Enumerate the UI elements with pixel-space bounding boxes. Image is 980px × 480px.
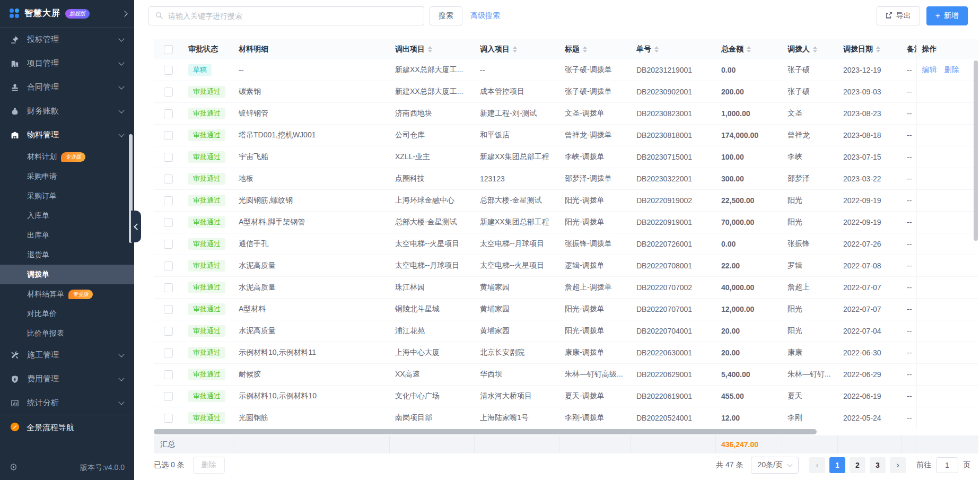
table-row: 审批通过水泥高质量珠江林园黄埔家园詹超上-调拨单DB2022070700240,… — [154, 277, 978, 299]
sidebar-subitem[interactable]: 采购订单 — [0, 186, 134, 206]
row-checkbox[interactable] — [164, 414, 173, 423]
row-checkbox[interactable] — [164, 240, 173, 249]
sidebar-collapse-handle[interactable] — [131, 211, 141, 242]
amount-cell: 22.00 — [716, 255, 782, 277]
material-cell: 宇宙飞船 — [233, 146, 390, 168]
sidebar-subitem[interactable]: 材料结算单专业版 — [0, 284, 134, 304]
row-checkbox[interactable] — [164, 370, 173, 379]
caret-up-icon — [428, 46, 432, 49]
table-row: 审批通过A型材料,脚手架钢管总部大楼-金星测试新建XX集团总部工程阳光-调拨单D… — [154, 212, 978, 233]
sidebar-subitem[interactable]: 采购申请 — [0, 167, 134, 186]
sidebar-subitem-label: 比价单报表 — [27, 329, 64, 338]
sort-icon[interactable] — [513, 46, 517, 53]
sort-icon[interactable] — [813, 46, 817, 53]
status-cell: 审批通过 — [183, 364, 233, 386]
row-checkbox[interactable] — [164, 196, 173, 205]
order-no-cell: DB20220708001 — [631, 255, 716, 277]
status-badge: 审批通过 — [188, 173, 225, 185]
row-checkbox[interactable] — [164, 305, 173, 314]
sort-icon[interactable] — [654, 46, 659, 53]
title-cell: 李刚-调拨单 — [559, 407, 631, 429]
sidebar-subitem[interactable]: 入库单 — [0, 206, 134, 225]
add-button[interactable]: + 新增 — [926, 6, 968, 25]
sidebar-item[interactable]: 费用管理 — [0, 367, 134, 391]
row-checkbox[interactable] — [164, 153, 173, 162]
next-page-button[interactable]: › — [890, 457, 906, 473]
sort-icon[interactable] — [428, 46, 432, 53]
edit-link[interactable]: 编辑 — [922, 65, 937, 74]
app-title: 智慧大屏 — [24, 8, 60, 19]
sidebar-subitem[interactable]: 调拨单 — [0, 265, 134, 284]
person-cell: 夏天 — [782, 386, 838, 407]
table-row: 审批通过水泥高质量太空电梯--月球项目太空电梯--火星项目逻辑-调拨单DB202… — [154, 255, 978, 277]
material-cell: 水泥高质量 — [233, 320, 390, 342]
title-cell: 张子硕-调拨单 — [559, 59, 631, 81]
bottom-bar: 已选 0 条 删除 共 47 条 20条/页 ‹123› 前往 页 — [154, 455, 970, 475]
row-checkbox[interactable] — [164, 283, 173, 292]
row-checkbox[interactable] — [164, 174, 173, 184]
export-button[interactable]: 导出 — [877, 6, 920, 25]
row-checkbox[interactable] — [164, 66, 173, 75]
row-checkbox[interactable] — [164, 131, 173, 140]
sidebar-subitem[interactable]: 对比单价 — [0, 304, 134, 324]
table-row: 审批通过塔吊TD001,挖机WJ001公司仓库和平饭店曾祥龙-调拨单DB2023… — [154, 125, 978, 146]
sort-icon[interactable] — [583, 46, 587, 53]
status-cell: 审批通过 — [183, 81, 233, 103]
row-checkbox[interactable] — [164, 109, 173, 118]
vertical-scrollbar-thumb[interactable] — [974, 60, 978, 241]
sidebar-subitem[interactable]: 材料计划专业版 — [0, 147, 134, 167]
person-cell: 李刚 — [782, 407, 838, 429]
summary-row: 汇总 436,247.00 — [154, 435, 978, 453]
status-badge: 审批通过 — [188, 303, 225, 316]
app-logo[interactable]: 智慧大屏 旗舰版 — [0, 0, 134, 27]
column-header-label: 审批状态 — [188, 45, 218, 53]
delete-button[interactable]: 删除 — [193, 457, 225, 474]
sidebar-item[interactable]: 施工管理 — [0, 343, 134, 367]
material-cell: 水泥高质量 — [233, 255, 390, 277]
search-input[interactable] — [167, 11, 417, 21]
date-cell: 2022-07-26 — [838, 233, 902, 255]
page-button[interactable]: 1 — [829, 457, 845, 473]
advanced-search-link[interactable]: 高级搜索 — [470, 11, 500, 21]
horizontal-scrollbar-thumb[interactable] — [154, 429, 817, 434]
sidebar-item[interactable]: 物料管理 — [0, 123, 134, 147]
row-checkbox-cell — [154, 320, 183, 342]
row-checkbox[interactable] — [164, 327, 173, 336]
prev-page-button[interactable]: ‹ — [809, 457, 825, 473]
sidebar-item-process-nav[interactable]: 全景流程导航 — [0, 415, 134, 440]
material-cell: 光圆钢筋,螺纹钢 — [233, 190, 390, 212]
row-checkbox-cell — [154, 364, 183, 386]
sidebar-subitem[interactable]: 比价单报表 — [0, 324, 134, 343]
sidebar-item[interactable]: 合同管理 — [0, 75, 134, 99]
goto-page-input[interactable] — [936, 457, 958, 473]
remark-cell: -- — [902, 103, 916, 125]
gear-icon[interactable] — [10, 463, 18, 473]
page-size-select[interactable]: 20条/页 — [751, 457, 799, 474]
material-cell: 塔吊TD001,挖机WJ001 — [233, 125, 390, 146]
order-no-cell: DB20231219001 — [631, 59, 716, 81]
page-button[interactable]: 2 — [850, 457, 865, 473]
select-all-checkbox[interactable] — [164, 45, 173, 54]
row-checkbox[interactable] — [164, 261, 173, 270]
order-no-cell: DB20220629001 — [631, 364, 716, 386]
sort-icon[interactable] — [876, 46, 880, 53]
sidebar-item[interactable]: 投标管理 — [0, 28, 134, 51]
sidebar-item[interactable]: 统计分析 — [0, 391, 134, 415]
row-checkbox[interactable] — [164, 392, 173, 401]
row-checkbox[interactable] — [164, 88, 173, 97]
row-checkbox[interactable] — [164, 218, 173, 227]
sidebar-subitem[interactable]: 退货单 — [0, 245, 134, 265]
page-button[interactable]: 3 — [870, 457, 886, 473]
search-button[interactable]: 搜索 — [430, 6, 462, 25]
horizontal-scrollbar — [154, 429, 978, 434]
delete-link[interactable]: 删除 — [944, 65, 959, 74]
total-count: 共 47 条 — [716, 460, 743, 470]
sidebar-item[interactable]: 项目管理 — [0, 51, 134, 75]
sidebar-item[interactable]: 财务账款 — [0, 99, 134, 123]
sidebar-subitem[interactable]: 出库单 — [0, 225, 134, 245]
row-checkbox[interactable] — [164, 348, 173, 357]
sidebar-subitem-label: 退货单 — [27, 250, 49, 260]
date-cell: 2022-06-19 — [838, 386, 902, 407]
summary-label: 汇总 — [154, 435, 233, 453]
sort-icon[interactable] — [747, 46, 751, 53]
